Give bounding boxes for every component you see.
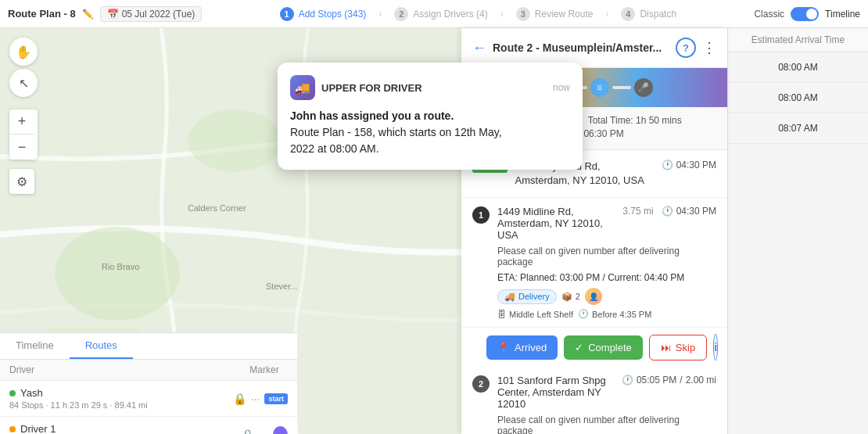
skip-button[interactable]: ⏭ Skip: [649, 335, 707, 360]
eta-header: Estimated Arrival Time: [728, 28, 868, 52]
more-icon-driver1[interactable]: ···: [259, 429, 268, 435]
info-button[interactable]: i: [713, 334, 718, 360]
tab-routes[interactable]: Routes: [70, 333, 133, 359]
notif-time: now: [553, 82, 570, 93]
map-controls: ✋ ↖ + − ⚙: [9, 38, 38, 194]
clock-icon-tag: 🕐: [578, 309, 589, 319]
step-dispatch[interactable]: 4 Dispatch: [608, 4, 689, 24]
tab-timeline[interactable]: Timeline: [0, 333, 70, 359]
stop-1-main: 1 1449 Midline Rd, Amsterdam, NY 12010, …: [472, 206, 716, 241]
stop-1: 1 1449 Midline Rd, Amsterdam, NY 12010, …: [461, 198, 727, 328]
check-icon: ✓: [575, 342, 583, 353]
driver-dot-driver1: [9, 426, 16, 432]
help-button[interactable]: ?: [676, 38, 696, 58]
bottom-panel: Timeline Routes Driver Marker Yash 84 St…: [0, 332, 297, 434]
step-assign-drivers[interactable]: 2 Assign Drivers (4): [382, 4, 500, 24]
driver-marker-col-driver1: 🔒 ···: [241, 426, 288, 435]
time-stat: Total Time: 1h 50 mins: [588, 115, 682, 126]
svg-text:Rio Bravo: Rio Bravo: [102, 262, 139, 271]
truck-tag-icon: 🚚: [504, 292, 515, 302]
stop-1-dist: 3.75 mi: [622, 206, 653, 217]
svg-point-1: [55, 227, 180, 321]
top-bar: Route Plan - 8 ✏️ 📅 05 Jul 2022 (Tue) 1 …: [0, 0, 868, 28]
stop-1-eta: ETA: Planned: 03:00 PM / Current: 04:40 …: [497, 272, 716, 283]
calendar-icon: 📅: [107, 9, 119, 20]
back-button[interactable]: ←: [472, 40, 486, 56]
timeline-label: Timeline: [825, 9, 860, 20]
strip-segment-2: [612, 86, 631, 89]
zoom-out-btn[interactable]: −: [9, 135, 34, 160]
driver-name-yash: Yash: [9, 387, 241, 399]
svg-text:Calders Corner: Calders Corner: [188, 203, 246, 213]
box-icon: 📦: [561, 292, 572, 302]
notif-app-icon: 🚚: [290, 75, 315, 100]
clock-icon-s1: 🕐: [662, 206, 673, 217]
eta-row-2: 08:00 AM: [728, 83, 868, 113]
eta-row-1: 08:00 AM: [728, 52, 868, 83]
step-add-stops[interactable]: 1 Add Stops (343): [267, 4, 379, 24]
cursor-tool-btn[interactable]: ↖: [9, 69, 38, 97]
col-driver-header: Driver: [9, 364, 241, 375]
strip-icon: ≡: [590, 78, 609, 97]
stop-2-address: 101 Sanford Farm Shpg Center, Amsterdam …: [497, 375, 614, 410]
view-toggle[interactable]: [791, 7, 819, 21]
driver-name-driver1: Driver 1: [9, 423, 241, 434]
stop-1-address: 1449 Midline Rd, Amsterdam, NY 12010, US…: [497, 206, 615, 241]
zoom-in-btn[interactable]: +: [9, 109, 34, 135]
notification-popup: 🚚 UPPER FOR DRIVER now John has assigned…: [278, 63, 583, 170]
step-1-num: 1: [280, 7, 294, 21]
lock-icon-driver1: 🔒: [241, 429, 254, 435]
route-stops-list[interactable]: START 122 Hollywood Rd, Amsterdam, NY 12…: [461, 150, 727, 434]
driver-stats-yash: 84 Stops · 11 h 23 m 29 s · 89.41 mi: [9, 400, 241, 410]
driver-row-driver1[interactable]: Driver 1 82 Stops · 11 h 18 m 10 s · 79.…: [0, 417, 297, 434]
notif-truck-icon: 🚚: [295, 81, 310, 95]
map-zoom-control: + −: [9, 109, 38, 160]
edit-icon[interactable]: ✏️: [82, 9, 94, 20]
lock-icon-yash: 🔒: [233, 393, 246, 405]
route-plan-title: Route Plan - 8: [8, 8, 76, 20]
stop-1-time: 🕐 04:30 PM: [662, 206, 716, 217]
svg-text:Stever...: Stever...: [266, 282, 297, 291]
arrived-button[interactable]: 📍 Arrived: [486, 335, 558, 360]
start-time: 🕐 04:30 PM: [662, 160, 716, 170]
driver-info-yash: Yash 84 Stops · 11 h 23 m 29 s · 89.41 m…: [9, 387, 241, 410]
tag-before-time: 🕐 Before 4:35 PM: [578, 309, 651, 319]
stop-2-main: 2 101 Sanford Farm Shpg Center, Amsterda…: [472, 375, 716, 410]
step-3-num: 3: [516, 7, 530, 21]
stop-2: 2 101 Sanford Farm Shpg Center, Amsterda…: [461, 367, 727, 434]
step-2-num: 2: [394, 7, 408, 21]
route-more-button[interactable]: ⋮: [702, 39, 716, 56]
step-4-num: 4: [621, 7, 635, 21]
col-marker-header: Marker: [241, 364, 288, 375]
stop-2-note: Please call on given number after delive…: [497, 414, 716, 434]
map-settings-btn[interactable]: ⚙: [9, 169, 34, 194]
stop-1-tags: 🚚 Delivery 📦 2 👤: [497, 288, 716, 305]
date-text: 05 Jul 2022 (Tue): [122, 9, 195, 20]
pin-icon: 📍: [497, 342, 510, 353]
clock-icon-start: 🕐: [662, 160, 673, 170]
hand-tool-btn[interactable]: ✋: [9, 38, 38, 66]
date-badge: 📅 05 Jul 2022 (Tue): [100, 6, 203, 22]
stop-2-address-block: 101 Sanford Farm Shpg Center, Amsterdam …: [497, 375, 614, 410]
notif-header: 🚚 UPPER FOR DRIVER now: [290, 75, 570, 100]
step-1-label: Add Stops (343): [299, 9, 367, 20]
strip-mic: 🎤: [634, 78, 653, 97]
top-bar-left: Route Plan - 8 ✏️ 📅 05 Jul 2022 (Tue): [8, 6, 202, 22]
tab-bar: Timeline Routes: [0, 333, 297, 360]
stop-1-note: Please call on given number after delive…: [497, 246, 716, 267]
svg-point-2: [188, 109, 282, 172]
eta-panel: Estimated Arrival Time 08:00 AM 08:00 AM…: [727, 28, 868, 434]
driver-avatar: 👤: [585, 288, 602, 305]
stop-2-time-dist: 🕐 05:05 PM/2.00 mi: [622, 375, 716, 386]
marker-circle-driver1: [273, 426, 288, 435]
driver-list-header: Driver Marker: [0, 360, 297, 381]
step-review-route[interactable]: 3 Review Route: [504, 4, 606, 24]
skip-icon: ⏭: [661, 342, 671, 353]
step-4-label: Dispatch: [640, 9, 676, 20]
complete-button[interactable]: ✓ Complete: [564, 335, 643, 360]
stop-2-num: 2: [472, 375, 490, 393]
more-icon-yash[interactable]: ···: [251, 393, 260, 405]
route-title: Route 2 - Museumplein/Amster...: [493, 41, 669, 54]
notif-body: John has assigned you a route. Route Pla…: [290, 108, 570, 157]
driver-row-yash[interactable]: Yash 84 Stops · 11 h 23 m 29 s · 89.41 m…: [0, 381, 297, 417]
